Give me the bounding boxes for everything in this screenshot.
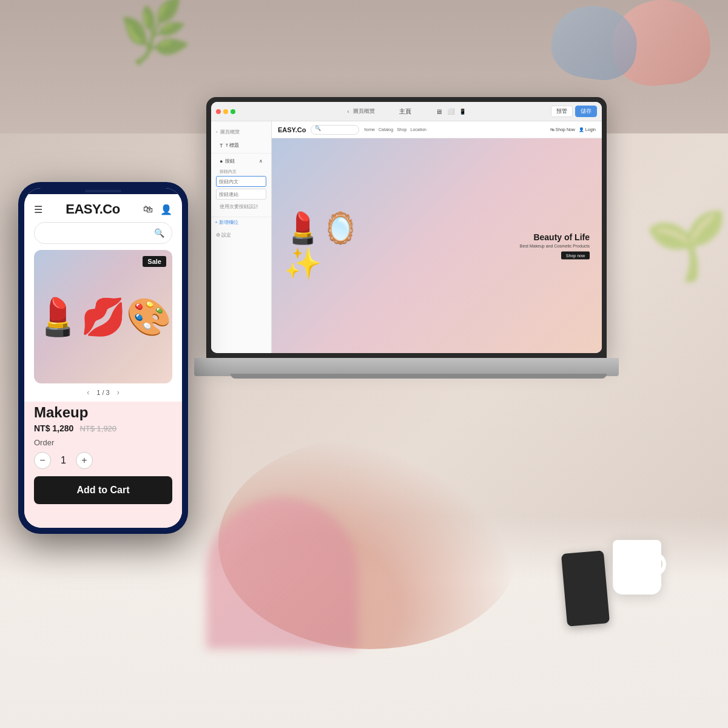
- button-link-input[interactable]: [216, 189, 266, 200]
- plant-right: 🌱: [645, 206, 728, 285]
- device-mobile-icon[interactable]: 📱: [459, 109, 466, 115]
- button-text-input[interactable]: [216, 176, 266, 187]
- quantity-increase-button[interactable]: +: [76, 452, 93, 469]
- nav-page-label: 圖頁概覽: [353, 107, 375, 115]
- button-options: 按鈕內文 使用次要按鈕設計: [216, 166, 266, 214]
- laptop-screen-outer: ‹ 圖頁概覽 主頁 🖥 ⬜ 📱 預管 儲存: [206, 97, 607, 358]
- preview-button[interactable]: 預管: [551, 106, 573, 117]
- website-search-bar[interactable]: 🔍: [311, 125, 359, 135]
- device-desktop-icon[interactable]: 🖥: [436, 108, 442, 115]
- hero-cta-button[interactable]: Shop now: [561, 251, 590, 259]
- phone-search-icon: 🔍: [154, 228, 164, 238]
- mug-handle: [652, 552, 666, 576]
- laptop-screen-inner: ‹ 圖頁概覽 主頁 🖥 ⬜ 📱 預管 儲存: [211, 102, 602, 353]
- toolbar-device-switcher: 🖥 ⬜ 📱: [436, 108, 466, 115]
- laptop-container: ‹ 圖頁概覽 主頁 🖥 ⬜ 📱 預管 儲存: [206, 97, 619, 413]
- sidebar-title-label: T 標題: [226, 142, 240, 149]
- nav-link-catalog[interactable]: Catalog: [379, 127, 393, 132]
- sidebar-section-title: T T 標題: [211, 138, 271, 153]
- nav-back[interactable]: ‹: [348, 109, 349, 115]
- phone-notch: [24, 188, 182, 194]
- sidebar-header: ‹ 圖頁概覽: [211, 126, 271, 138]
- nav-link-home[interactable]: home: [364, 127, 375, 132]
- laptop-toolbar: ‹ 圖頁概覽 主頁 🖥 ⬜ 📱 預管 儲存: [211, 102, 602, 121]
- nav-link-shop[interactable]: Shop: [397, 127, 406, 132]
- dot-green: [231, 109, 235, 114]
- phone-product-info: Makeup NT$ 1,280 NT$ 1,920 Order − 1 + A…: [24, 402, 182, 528]
- title-icon: T: [220, 143, 223, 149]
- hero-title: Beauty of Life: [520, 232, 590, 243]
- carousel-next-icon[interactable]: ›: [117, 388, 120, 397]
- website-hero: 💄🪞✨ Beauty of Life Best Makeup and Cosme…: [272, 138, 602, 353]
- button-icon: ●: [220, 158, 223, 164]
- laptop-body: ‹ 圖頁概覽 T T 標題 ● 按鈕: [211, 121, 602, 353]
- sleeve: [206, 497, 358, 649]
- desk-device: [561, 550, 610, 627]
- dot-yellow: [223, 109, 228, 114]
- quantity-value: 1: [61, 455, 66, 466]
- website-logo: EASY.Co: [278, 126, 306, 133]
- dot-red: [216, 109, 221, 114]
- carousel-total: 3: [106, 389, 110, 396]
- phone-logo: EASY.Co: [66, 201, 120, 217]
- expand-icon: ∧: [259, 158, 263, 164]
- sidebar-add-item[interactable]: + 新增欄位: [211, 217, 271, 228]
- carousel-prev-icon[interactable]: ‹: [87, 388, 89, 397]
- phone-price-current: NT$ 1,280: [34, 423, 73, 433]
- phone-cart-icon[interactable]: 🛍: [143, 204, 153, 215]
- plant-top: 🌿: [116, 0, 195, 69]
- person-hands-area: [218, 437, 522, 649]
- website-search-icon: 🔍: [315, 126, 321, 131]
- nav-shop-now[interactable]: 🛍 Shop Now: [550, 127, 575, 132]
- laptop-sidebar: ‹ 圖頁概覽 T T 標題 ● 按鈕: [211, 121, 272, 353]
- laptop-main: EASY.Co 🔍 home Catalog Shop Location: [272, 121, 602, 353]
- hero-subtitle: Best Makeup and Cosmetic Products: [520, 243, 590, 248]
- hero-cosmetics-area: 💄🪞✨: [284, 144, 393, 347]
- sidebar-button-label: 按鈕: [225, 158, 235, 164]
- phone-outer: ☰ EASY.Co 🛍 👤 🔍 💄💋🎨 Sale ‹: [18, 182, 188, 534]
- phone-price-original: NT$ 1,920: [79, 424, 116, 433]
- carousel-current: 1: [96, 389, 100, 396]
- sidebar-item-title[interactable]: T T 標題: [216, 140, 266, 150]
- hamburger-menu-icon[interactable]: ☰: [34, 204, 42, 215]
- coffee-mug: [607, 540, 667, 607]
- sidebar-use-secondary[interactable]: 使用次要按鈕設計: [216, 201, 266, 212]
- laptop-base-bottom: [231, 374, 607, 379]
- button-text-label: 按鈕內文: [216, 169, 266, 175]
- sidebar-back-icon[interactable]: ‹: [216, 129, 218, 135]
- phone-header: ☰ EASY.Co 🛍 👤: [24, 194, 182, 222]
- device-tablet-icon[interactable]: ⬜: [447, 108, 454, 115]
- phone-product-image: 💄💋🎨 Sale: [34, 250, 172, 383]
- toolbar-actions: 預管 儲存: [551, 106, 597, 117]
- phone-header-icons: 🛍 👤: [143, 204, 172, 215]
- sidebar-settings[interactable]: ⚙ 設定: [211, 230, 271, 240]
- phone-user-icon[interactable]: 👤: [160, 204, 172, 215]
- add-to-cart-button[interactable]: Add to Cart: [34, 476, 172, 504]
- nav-login[interactable]: 👤 Login: [579, 127, 596, 132]
- phone-search-bar[interactable]: 🔍: [34, 222, 172, 244]
- cosmetics-emoji: 💄🪞✨: [284, 144, 393, 347]
- sidebar-item-button[interactable]: ● 按鈕 ∧: [216, 156, 266, 166]
- phone-carousel: ‹ 1 / 3 ›: [24, 383, 182, 402]
- save-button[interactable]: 儲存: [575, 106, 597, 117]
- hero-text: Beauty of Life Best Makeup and Cosmetic …: [520, 232, 590, 260]
- toolbar-dots: [216, 109, 235, 114]
- phone-cosmetics-emoji: 💄💋🎨: [34, 250, 172, 383]
- phone-sale-badge: Sale: [143, 256, 166, 267]
- quantity-decrease-button[interactable]: −: [34, 452, 51, 469]
- phone-order-label: Order: [34, 438, 172, 447]
- website-nav-links: home Catalog Shop Location: [364, 127, 426, 132]
- nav-link-location[interactable]: Location: [410, 127, 426, 132]
- phone-price-row: NT$ 1,280 NT$ 1,920: [34, 423, 172, 433]
- sidebar-header-label: 圖頁概覽: [220, 129, 240, 135]
- laptop-ui: ‹ 圖頁概覽 主頁 🖥 ⬜ 📱 預管 儲存: [211, 102, 602, 353]
- website-preview: EASY.Co 🔍 home Catalog Shop Location: [272, 121, 602, 353]
- phone-container: ☰ EASY.Co 🛍 👤 🔍 💄💋🎨 Sale ‹: [18, 182, 188, 698]
- carousel-page-indicator: 1 / 3: [96, 389, 109, 396]
- phone-quantity-selector: − 1 +: [34, 452, 172, 469]
- toolbar-tab[interactable]: 主頁: [399, 107, 411, 116]
- phone-product-title: Makeup: [34, 404, 172, 421]
- website-nav-actions: 🛍 Shop Now 👤 Login: [550, 127, 596, 132]
- pillows-area: [528, 0, 710, 109]
- website-nav: EASY.Co 🔍 home Catalog Shop Location: [272, 121, 602, 138]
